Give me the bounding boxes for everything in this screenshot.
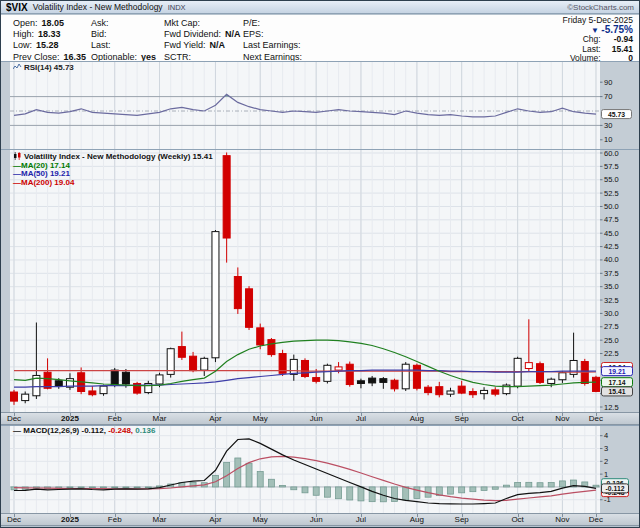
macd-bar <box>369 487 375 502</box>
quote-row: Ask: <box>91 18 156 29</box>
svg-text:45.73: 45.73 <box>608 111 625 118</box>
candle <box>313 378 320 382</box>
y-axis-label: 22.5 <box>604 349 619 358</box>
quote-summary: Friday 5-Dec-2025 ▼ -5.75% Chg: -0.94Las… <box>563 16 633 63</box>
candlestick-icon <box>13 152 22 160</box>
candle <box>44 372 51 388</box>
svg-text:15.41: 15.41 <box>608 388 625 395</box>
macd-bar <box>89 487 95 488</box>
month-label: Nov <box>548 515 576 524</box>
candle <box>122 372 129 384</box>
month-label: Feb <box>101 414 129 423</box>
macd-bar <box>347 487 353 500</box>
macd-bar <box>302 487 308 493</box>
macd-bar <box>78 487 84 488</box>
candle <box>402 364 409 389</box>
month-label: May <box>246 515 274 524</box>
quote-row: Fwd Dividend:N/A <box>164 29 241 40</box>
candle <box>592 377 599 391</box>
macd-bar <box>414 487 420 499</box>
candle <box>525 363 532 369</box>
macd-bar <box>503 485 509 487</box>
macd-bar <box>336 487 342 499</box>
macd-bar <box>492 487 498 489</box>
y-axis-label: 52.5 <box>604 189 619 198</box>
y-axis-label: 40.0 <box>604 255 619 264</box>
candle <box>11 392 18 401</box>
symbol: $VIX <box>6 2 28 13</box>
macd-bar <box>257 472 263 487</box>
candle <box>190 356 197 370</box>
y-axis-label: 37.5 <box>604 269 619 278</box>
quote-row: P/E: <box>243 18 302 29</box>
month-label: Mar <box>145 515 173 524</box>
candle <box>111 370 118 385</box>
candle <box>391 380 398 389</box>
month-label: Jun <box>302 414 330 423</box>
y-axis-label: 30.0 <box>604 309 619 318</box>
y-axis-label: 42.5 <box>604 242 619 251</box>
month-label: Apr <box>201 515 229 524</box>
y-axis-label: 4 <box>604 431 608 440</box>
macd-bar <box>537 483 543 487</box>
candle <box>447 391 454 394</box>
candle <box>481 390 488 393</box>
macd-bar <box>403 487 409 500</box>
quote-value: N/A <box>210 40 226 50</box>
macd-bar <box>481 487 487 490</box>
y-axis-label: 70 <box>604 92 612 101</box>
macd-bar <box>112 487 118 488</box>
y-axis-label: 1 <box>604 470 608 479</box>
y-axis-label: 55.0 <box>604 175 619 184</box>
candle <box>469 391 476 394</box>
quote-label: High: <box>13 29 34 39</box>
price-legend-title: Volatility Index - New Methodology (Week… <box>24 152 213 161</box>
copyright: ©StockCharts.com <box>567 3 634 12</box>
indicator-icon <box>13 63 22 71</box>
macd-bar <box>101 487 107 488</box>
quote-row: Low:15.28 <box>13 40 86 51</box>
x-axis-macd: Dec2025FebMarAprMayJunJulAugSepOctNovDec <box>1 513 639 526</box>
candle <box>257 328 264 345</box>
svg-text:17.14: 17.14 <box>608 379 625 386</box>
month-label: Oct <box>504 414 532 423</box>
svg-text:-0.112: -0.112 <box>606 485 625 492</box>
quote-value: 18.33 <box>38 29 61 39</box>
candle <box>413 365 420 388</box>
month-label: Dec <box>582 515 610 524</box>
month-label: Dec <box>0 414 28 423</box>
month-label: Jun <box>302 515 330 524</box>
quote-summary-rows: Chg: -0.94Last: 15.41Volume: 0 <box>563 35 633 63</box>
y-axis-label: 45.0 <box>604 229 619 238</box>
macd-bar <box>123 487 129 488</box>
macd-bar <box>134 487 140 488</box>
rsi-legend: RSI(14) 45.73 <box>13 63 74 73</box>
candle <box>369 378 376 383</box>
candle <box>559 373 566 380</box>
quote-row: Last: <box>91 40 156 51</box>
macd-bar <box>459 487 465 493</box>
macd-bar <box>235 458 241 487</box>
y-axis-label: 3 <box>604 444 608 453</box>
price-legend: Volatility Index - New Methodology (Week… <box>13 152 213 187</box>
symbol-name: Volatility Index - New Methodology <box>33 2 163 12</box>
svg-text:19.21: 19.21 <box>608 368 625 375</box>
candle <box>246 289 253 328</box>
y-axis-label: 32.5 <box>604 296 619 305</box>
month-label: Aug <box>403 515 431 524</box>
candle <box>234 277 241 309</box>
macd-bar <box>145 487 151 488</box>
month-label: Sep <box>448 414 476 423</box>
macd-bar <box>268 479 274 487</box>
quote-label: Fwd Yield: <box>164 40 206 50</box>
macd-signal-value: -0.248, <box>108 426 133 435</box>
macd-chart-svg: 4321-10.136-0.248-0.112 <box>1 425 639 513</box>
quote-value: N/A <box>225 29 241 39</box>
y-axis-label: 50.0 <box>604 202 619 211</box>
rsi-chart-svg: 9070301045.73 <box>1 61 639 149</box>
ma200-legend: —MA(200) 19.04 <box>13 179 213 188</box>
candle <box>100 386 107 393</box>
y-axis-label: 57.5 <box>604 162 619 171</box>
quote-row: Fwd Yield:N/A <box>164 40 241 51</box>
macd-bar <box>324 487 330 497</box>
